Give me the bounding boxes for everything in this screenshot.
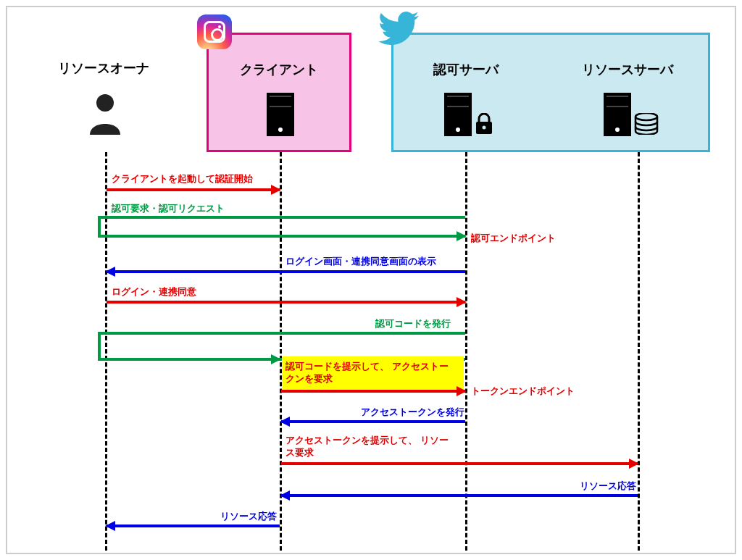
arrow-start-auth (107, 188, 280, 191)
lifeline-resource (638, 152, 640, 551)
label-m2: 認可要求・認可リクエスト (112, 202, 225, 215)
actor-resource-owner-label: リソースオーナ (58, 59, 149, 77)
person-icon (87, 93, 123, 135)
actor-auth-server-label: 認可サーバ (433, 61, 499, 78)
arrow-login-screen (107, 270, 465, 273)
actor-resource-server-label: リソースサーバ (582, 61, 673, 78)
svg-point-2 (483, 126, 486, 130)
arrow-token-issue (281, 420, 465, 423)
client-box: クライアント (207, 33, 351, 152)
label-m8: アクセストークンを発行 (361, 406, 464, 419)
svg-point-3 (635, 113, 657, 120)
label-m3-right: 認可エンドポイント (471, 232, 556, 245)
label-m4: ログイン画面・連携同意画面の表示 (285, 255, 436, 268)
server-icon (267, 93, 294, 136)
label-m1: クライアントを起動して認証開始 (112, 172, 253, 185)
label-m9: アクセストークンを提示して、 リソース要求 (285, 435, 452, 459)
label-m7: 認可コードを提示して、 アクセストークンを要求 (285, 361, 452, 385)
sequence-diagram: リソースオーナ クライアント 認可サーバ リソースサーバ (6, 6, 736, 554)
actor-client-label: クライアント (209, 61, 349, 78)
database-icon (634, 113, 659, 135)
svg-point-0 (96, 94, 114, 112)
label-m7-right: トークンエンドポイント (471, 385, 575, 398)
label-m5: ログイン・連携同意 (112, 285, 196, 298)
server-icon (444, 93, 472, 136)
arrow-login-consent (107, 301, 465, 304)
arrow-token-request (281, 390, 465, 393)
twitter-icon (378, 12, 419, 45)
lifeline-auth (465, 152, 467, 551)
arrow-resource-request (281, 462, 638, 465)
bracket-auth-request (98, 216, 465, 238)
instagram-icon (197, 14, 232, 49)
label-m11: リソース応答 (220, 510, 277, 523)
label-m10: リソース応答 (580, 480, 636, 493)
arrow-final-response (107, 525, 280, 527)
server-group-box: 認可サーバ リソースサーバ (391, 33, 710, 152)
arrow-resource-response (281, 494, 638, 497)
lock-icon (475, 113, 493, 135)
label-m6: 認可コードを発行 (375, 317, 451, 330)
server-icon (604, 93, 631, 136)
